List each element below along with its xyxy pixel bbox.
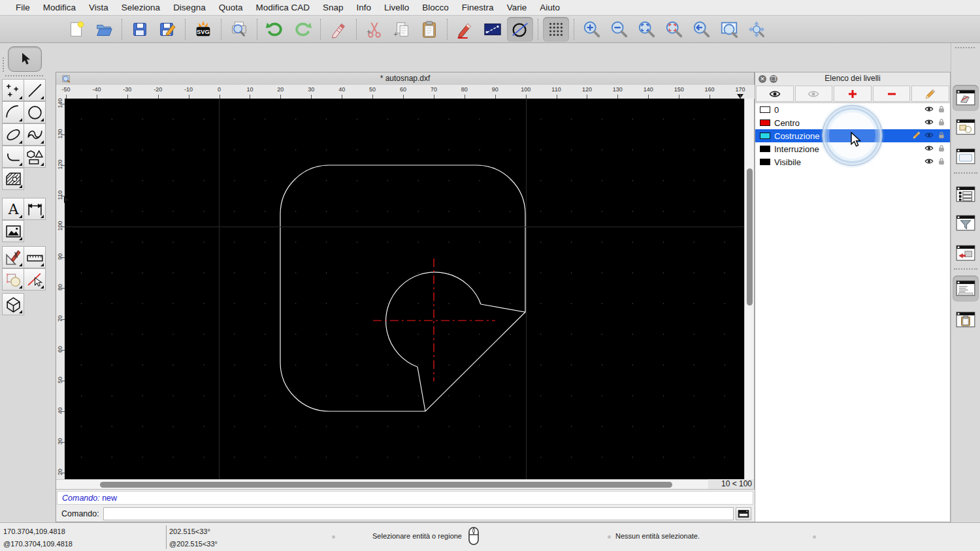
zoom-out-button[interactable]	[606, 17, 632, 42]
redo-button[interactable]	[289, 17, 316, 42]
menu-item-info[interactable]: Info	[350, 0, 378, 16]
cut-button[interactable]	[361, 17, 387, 42]
window-blank-dock-button[interactable]	[953, 144, 979, 170]
layer-visibility-eye-icon[interactable]	[924, 157, 934, 168]
zoom-pan-button[interactable]	[743, 17, 770, 42]
copy-button[interactable]	[389, 17, 415, 42]
layer-color-swatch[interactable]	[760, 146, 770, 152]
delete-button[interactable]	[325, 17, 351, 42]
polygon-tool-button[interactable]	[24, 146, 46, 168]
zoom-previous-button[interactable]	[689, 17, 715, 42]
layer-lock-icon[interactable]	[937, 144, 946, 155]
layer-visibility-eye-icon[interactable]	[924, 131, 934, 142]
menu-item-snap[interactable]: Snap	[316, 0, 350, 16]
palette-drag-handle-2[interactable]	[5, 75, 43, 76]
grid-button[interactable]	[543, 17, 569, 42]
menu-item-modifica[interactable]: Modifica	[37, 0, 82, 16]
dimension-tool-button[interactable]	[24, 198, 46, 220]
pen-attributes-button[interactable]	[452, 17, 478, 42]
command-input[interactable]	[103, 507, 734, 520]
arc-tool-button[interactable]	[2, 101, 24, 123]
layer-visibility-eye-icon[interactable]	[924, 104, 934, 116]
save-as-button[interactable]	[154, 17, 180, 42]
menu-item-blocco[interactable]: Blocco	[416, 0, 455, 16]
draft-mode-button[interactable]	[507, 17, 533, 42]
points-tool-button[interactable]	[2, 79, 24, 101]
svg-export-button[interactable]	[190, 17, 216, 42]
zoom-window-button[interactable]	[716, 17, 742, 42]
layer-panel-close-button[interactable]: ✕	[759, 75, 766, 83]
undo-button[interactable]	[262, 17, 288, 42]
circle-tool-button[interactable]	[24, 101, 46, 123]
solid-3d-tool-button[interactable]	[2, 293, 24, 315]
menu-item-livello[interactable]: Livello	[378, 0, 416, 16]
layer-color-swatch[interactable]	[760, 133, 770, 139]
window-list-dock-button[interactable]	[953, 181, 979, 208]
layer-color-swatch[interactable]	[760, 119, 770, 126]
zoom-selected-button[interactable]	[661, 17, 687, 42]
layer-visibility-eye-icon[interactable]	[924, 118, 934, 129]
save-button[interactable]	[127, 17, 153, 42]
layer-edit-pencil-icon[interactable]	[912, 131, 921, 142]
menu-item-quota[interactable]: Quota	[212, 0, 250, 16]
measure-tool-button[interactable]	[24, 246, 46, 268]
horizontal-scrollbar-thumb[interactable]	[100, 482, 672, 488]
toolbar-separator	[185, 19, 186, 40]
line-tool-button[interactable]	[24, 79, 46, 101]
add-layer-button[interactable]	[834, 86, 872, 102]
drawing-window-titlebar[interactable]: * autosnap.dxf	[56, 72, 754, 86]
line-attributes-icon	[483, 20, 502, 39]
edit-layer-button[interactable]	[911, 86, 949, 102]
paste-button[interactable]	[416, 17, 442, 42]
vertical-scrollbar-thumb[interactable]	[747, 168, 753, 306]
drawing-canvas[interactable]	[65, 99, 745, 479]
layer-color-swatch[interactable]	[760, 159, 770, 165]
zoom-in-button[interactable]	[579, 17, 605, 42]
line-attributes-button[interactable]	[480, 17, 506, 42]
polyline-tool-button[interactable]	[2, 146, 24, 168]
open-button[interactable]	[91, 17, 117, 42]
layer-panel-float-button[interactable]: ❐	[770, 75, 777, 83]
text-tool-button[interactable]	[2, 198, 24, 220]
layer-lock-icon[interactable]	[937, 131, 946, 142]
horizontal-scrollbar[interactable]	[56, 479, 710, 489]
show-all-layers-button[interactable]	[756, 86, 794, 102]
menu-item-finestra[interactable]: Finestra	[455, 0, 500, 16]
layer-lock-icon[interactable]	[937, 157, 946, 168]
hide-all-layers-button[interactable]	[795, 86, 833, 102]
window-clipboard-dock-button[interactable]	[953, 307, 979, 333]
window-command-dock-button[interactable]	[953, 276, 979, 302]
window-filter-dock-button[interactable]	[953, 210, 979, 236]
menu-item-vista[interactable]: Vista	[82, 0, 115, 16]
vertical-scrollbar[interactable]	[744, 99, 754, 479]
hatch-tool-button[interactable]	[2, 168, 24, 190]
window-shapes-dock-button[interactable]	[953, 114, 979, 140]
window-sketch-dock-button[interactable]	[953, 85, 979, 111]
zoom-auto-button[interactable]	[634, 17, 660, 42]
layer-visibility-eye-icon[interactable]	[924, 144, 934, 155]
dock-drag-handle[interactable]	[955, 47, 975, 48]
menu-item-modifica-cad[interactable]: Modifica CAD	[249, 0, 316, 16]
explode-tool-button[interactable]	[24, 268, 46, 291]
command-keyboard-button[interactable]	[736, 507, 751, 520]
print-preview-button[interactable]	[226, 17, 252, 42]
select-tool-button[interactable]	[8, 46, 42, 72]
remove-layer-button[interactable]	[873, 86, 911, 102]
layer-lock-icon[interactable]	[937, 118, 946, 129]
spline-tool-button[interactable]	[24, 123, 46, 146]
submenu-triangle	[19, 185, 22, 188]
menu-item-aiuto[interactable]: Aiuto	[533, 0, 566, 16]
menu-item-disegna[interactable]: Disegna	[167, 0, 212, 16]
palette-drag-handle[interactable]	[3, 57, 4, 72]
ellipse-tool-button[interactable]	[2, 123, 24, 146]
menu-item-varie[interactable]: Varie	[500, 0, 534, 16]
window-arrow-box-dock-button[interactable]	[953, 240, 979, 266]
menu-item-seleziona[interactable]: Seleziona	[115, 0, 167, 16]
modify-tool-button[interactable]	[2, 246, 24, 268]
menu-item-file[interactable]: File	[9, 0, 37, 16]
layer-color-swatch[interactable]	[760, 106, 770, 113]
image-tool-button[interactable]	[2, 220, 24, 242]
layer-lock-icon[interactable]	[937, 104, 946, 116]
select-entities-tool-button[interactable]	[2, 268, 24, 291]
new-document-button[interactable]	[63, 17, 90, 42]
